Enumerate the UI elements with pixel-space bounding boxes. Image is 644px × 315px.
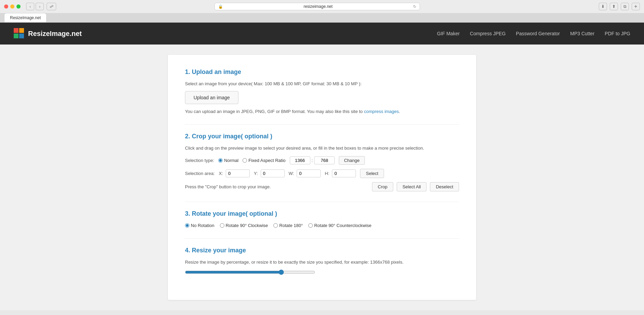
x-input[interactable] xyxy=(226,169,250,177)
rotate-options: No Rotation Rotate 90° Clockwise Rotate … xyxy=(185,223,459,228)
logo-icon xyxy=(14,28,25,39)
divider-3 xyxy=(185,238,459,239)
rotate-180-text: Rotate 180° xyxy=(279,223,303,228)
resize-description: Resize the image by percentage, or resiz… xyxy=(185,260,459,265)
radio-normal[interactable] xyxy=(218,158,223,163)
selection-type-label: Selection type: xyxy=(185,158,214,163)
nav-mp3-cutter[interactable]: MP3 Cutter xyxy=(570,31,595,36)
aspect-separator: : xyxy=(312,158,313,163)
y-input[interactable] xyxy=(261,169,285,177)
x-field: X: xyxy=(219,169,250,177)
selection-type-row: Selection type: Normal Fixed Aspect Rati… xyxy=(185,156,459,165)
w-label: W: xyxy=(289,171,294,176)
rotate-none-text: No Rotation xyxy=(191,223,214,228)
change-button[interactable]: Change xyxy=(339,156,365,165)
rotate-ccw90-text: Rotate 90° Counterclockwise xyxy=(314,223,371,228)
url-display: resizeimage.net xyxy=(225,4,411,9)
selection-area-row: Selection area: X: Y: W: H: xyxy=(185,169,459,178)
reload-icon[interactable]: ↻ xyxy=(413,4,416,9)
divider-1 xyxy=(185,124,459,125)
divider-2 xyxy=(185,202,459,202)
svg-rect-0 xyxy=(14,28,18,33)
minimize-button[interactable] xyxy=(10,4,14,9)
radio-fixed[interactable] xyxy=(243,158,247,163)
reader-view-button[interactable]: ☍ xyxy=(47,3,56,10)
svg-rect-1 xyxy=(19,28,24,33)
selection-type-radio-group: Normal Fixed Aspect Ratio xyxy=(218,158,285,163)
upload-button[interactable]: Upload an image xyxy=(185,91,238,104)
tab-bar: ResizeImage.net xyxy=(0,13,644,22)
close-button[interactable] xyxy=(4,4,8,9)
section-resize: 4. Resize your image Resize the image by… xyxy=(185,247,459,276)
resize-slider[interactable] xyxy=(185,269,315,275)
crop-description: Click and drag on the preview image to s… xyxy=(185,146,459,151)
back-button[interactable]: ‹ xyxy=(26,3,34,10)
nav-links: GIF Maker Compress JPEG Password Generat… xyxy=(437,31,630,36)
rotate-180-radio[interactable] xyxy=(273,223,278,228)
browser-chrome: ‹ › ☍ 🔒 resizeimage.net ↻ ⬇ ⬆ ⧉ + Resize… xyxy=(0,0,644,23)
nav-pdf-to-jpg[interactable]: PDF to JPG xyxy=(605,31,630,36)
logo-text: ResizeImage.net xyxy=(28,30,82,38)
svg-rect-3 xyxy=(19,34,24,38)
nav-password-generator[interactable]: Password Generator xyxy=(516,31,560,36)
slider-container xyxy=(185,269,459,276)
upload-description: Select an image from your device( Max: 1… xyxy=(185,81,459,86)
section-upload: 1. Upload an image Select an image from … xyxy=(185,68,459,114)
upload-note: You can upload an image in JPEG, PNG, GI… xyxy=(185,109,459,114)
select-all-button[interactable]: Select All xyxy=(397,182,426,191)
upload-note-after: . xyxy=(399,109,400,114)
address-bar[interactable]: 🔒 resizeimage.net ↻ xyxy=(214,3,420,10)
split-view-button[interactable]: ⧉ xyxy=(621,3,629,10)
rotate-180-label[interactable]: Rotate 180° xyxy=(273,223,303,228)
aspect-inputs: : xyxy=(290,156,335,164)
rotate-ccw90-label[interactable]: Rotate 90° Counterclockwise xyxy=(308,223,371,228)
traffic-lights xyxy=(4,4,21,9)
rotate-cw90-text: Rotate 90° Clockwise xyxy=(226,223,268,228)
aspect-width-input[interactable] xyxy=(290,156,310,164)
rotate-none-radio[interactable] xyxy=(185,223,189,228)
fullscreen-button[interactable] xyxy=(16,4,21,9)
crop-button[interactable]: Crop xyxy=(372,182,393,191)
titlebar: ‹ › ☍ 🔒 resizeimage.net ↻ ⬇ ⬆ ⧉ + xyxy=(0,0,644,13)
logo-area: ResizeImage.net xyxy=(14,28,82,39)
select-button[interactable]: Select xyxy=(360,169,384,178)
share-button[interactable]: ⬆ xyxy=(610,3,618,10)
extensions-button[interactable]: ⬇ xyxy=(599,3,607,10)
radio-normal-text: Normal xyxy=(224,158,238,163)
w-input[interactable] xyxy=(297,169,321,177)
y-label: Y: xyxy=(254,171,258,176)
svg-rect-2 xyxy=(14,34,18,38)
nav-buttons: ‹ › xyxy=(26,3,44,10)
h-label: H: xyxy=(325,171,329,176)
y-field: Y: xyxy=(254,169,285,177)
rotate-cw90-radio[interactable] xyxy=(220,223,224,228)
rotate-ccw90-radio[interactable] xyxy=(308,223,313,228)
deselect-button[interactable]: Deselect xyxy=(430,182,459,191)
radio-normal-label[interactable]: Normal xyxy=(218,158,238,163)
rotate-cw90-label[interactable]: Rotate 90° Clockwise xyxy=(220,223,268,228)
active-tab[interactable]: ResizeImage.net xyxy=(4,13,47,22)
compress-images-link[interactable]: compress images xyxy=(364,109,399,114)
nav-compress-jpeg[interactable]: Compress JPEG xyxy=(470,31,506,36)
lock-icon: 🔒 xyxy=(218,4,223,9)
upload-heading: 1. Upload an image xyxy=(185,68,459,76)
main-card: 1. Upload an image Select an image from … xyxy=(168,55,476,300)
browser-actions: ⬇ ⬆ ⧉ + xyxy=(599,3,640,10)
main-content: 1. Upload an image Select an image from … xyxy=(0,45,644,310)
upload-note-before: You can upload an image in JPEG, PNG, GI… xyxy=(185,109,364,114)
selection-area-label: Selection area: xyxy=(185,171,215,176)
crop-note: Press the "Crop" button to crop your ima… xyxy=(185,184,369,189)
rotate-none-label[interactable]: No Rotation xyxy=(185,223,214,228)
section-crop: 2. Crop your image( optional ) Click and… xyxy=(185,133,459,191)
forward-button[interactable]: › xyxy=(36,3,44,10)
resize-heading: 4. Resize your image xyxy=(185,247,459,254)
radio-fixed-label[interactable]: Fixed Aspect Ratio xyxy=(243,158,285,163)
h-input[interactable] xyxy=(332,169,356,177)
section-rotate: 3. Rotate your image( optional ) No Rota… xyxy=(185,210,459,228)
crop-heading: 2. Crop your image( optional ) xyxy=(185,133,459,140)
new-tab-button[interactable]: + xyxy=(632,3,640,10)
radio-fixed-text: Fixed Aspect Ratio xyxy=(248,158,285,163)
aspect-height-input[interactable] xyxy=(314,156,335,164)
nav-gif-maker[interactable]: GIF Maker xyxy=(437,31,460,36)
rotate-heading: 3. Rotate your image( optional ) xyxy=(185,210,459,217)
